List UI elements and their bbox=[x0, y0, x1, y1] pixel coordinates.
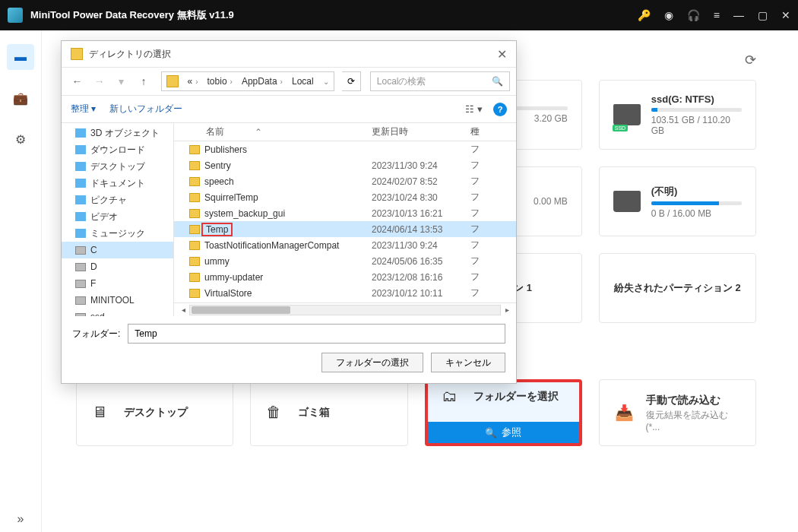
folder-icon bbox=[75, 229, 86, 238]
list-row[interactable]: Sentry2023/11/30 9:24フ bbox=[174, 157, 516, 173]
folder-icon bbox=[189, 145, 200, 154]
view-menu-icon[interactable]: ☷ ▾ bbox=[465, 103, 483, 115]
dialog-title: ディレクトリの選択 bbox=[89, 48, 171, 61]
folder-icon bbox=[75, 128, 86, 138]
list-row[interactable]: ToastNotificationManagerCompat2023/11/30… bbox=[174, 237, 516, 253]
list-row[interactable]: ummy-updater2023/12/08 16:16フ bbox=[174, 269, 516, 285]
list-row[interactable]: VirtualStore2023/10/12 10:11フ bbox=[174, 285, 516, 301]
action-select-folder[interactable]: 🗂 フォルダーを選択 🔍 参照 bbox=[425, 379, 582, 446]
tree-item[interactable]: ダウンロード bbox=[62, 141, 173, 158]
trash-icon: 🗑 bbox=[266, 404, 287, 422]
tree-item[interactable]: MINITOOL bbox=[62, 292, 173, 309]
refresh-icon[interactable]: ⟳ bbox=[342, 71, 361, 91]
new-folder-button[interactable]: 新しいフォルダー bbox=[109, 103, 182, 116]
drive-icon bbox=[75, 246, 86, 255]
close-icon[interactable]: ✕ bbox=[497, 47, 507, 62]
tree-item[interactable]: ミュージック bbox=[62, 225, 173, 242]
organize-menu[interactable]: 整理 ▾ bbox=[71, 103, 96, 116]
tree-item[interactable]: ビデオ bbox=[62, 208, 173, 225]
tree-item[interactable]: ssd bbox=[62, 309, 173, 316]
key-icon[interactable]: 🔑 bbox=[638, 9, 651, 21]
tree-item[interactable]: D bbox=[62, 258, 173, 275]
tree-item[interactable]: ピクチャ bbox=[62, 192, 173, 208]
folder-icon bbox=[189, 193, 200, 202]
drive-icon bbox=[75, 280, 86, 288]
list-row[interactable]: ummy2024/05/06 16:35フ bbox=[174, 253, 516, 269]
tree-item[interactable]: 3D オブジェクト bbox=[62, 125, 173, 141]
sort-indicator-icon: ⌃ bbox=[255, 127, 262, 138]
list-row[interactable]: Temp2024/06/14 13:53フ bbox=[174, 221, 516, 237]
browse-button[interactable]: 🔍 参照 bbox=[428, 422, 579, 443]
dialog-titlebar: ディレクトリの選択 ✕ bbox=[62, 41, 516, 67]
action-recycle-bin[interactable]: 🗑 ゴミ箱 bbox=[250, 379, 407, 446]
nav-back-icon[interactable]: ← bbox=[68, 71, 87, 91]
search-icon: 🔍 bbox=[492, 76, 503, 87]
folder-field-label: フォルダー: bbox=[72, 328, 120, 340]
folder-name-input[interactable] bbox=[128, 324, 505, 344]
nav-up-icon[interactable]: ↑ bbox=[134, 71, 153, 91]
help-icon[interactable]: ? bbox=[493, 103, 507, 116]
list-header: 名前⌃ 更新日時 種 bbox=[174, 123, 516, 141]
list-row[interactable]: system_backup_gui2023/10/13 16:21フ bbox=[174, 205, 516, 221]
dialog-toolbar: 整理 ▾ 新しいフォルダー ☷ ▾ ? bbox=[62, 96, 516, 123]
folder-icon bbox=[189, 257, 200, 266]
folder-icon: 🗂 bbox=[442, 388, 463, 406]
ssd-icon bbox=[613, 104, 641, 125]
list-row[interactable]: SquirrelTemp2023/10/24 8:30フ bbox=[174, 189, 516, 205]
col-type[interactable]: 種 bbox=[470, 125, 516, 138]
col-date[interactable]: 更新日時 bbox=[372, 125, 470, 138]
close-icon[interactable]: ✕ bbox=[781, 9, 790, 21]
folder-icon bbox=[189, 161, 200, 170]
horizontal-scrollbar[interactable]: ◂ ▸ bbox=[174, 302, 516, 316]
globe-icon[interactable]: ◉ bbox=[664, 9, 673, 21]
folder-icon bbox=[75, 195, 86, 204]
drive-icon bbox=[75, 296, 86, 305]
action-desktop[interactable]: 🖥 デスクトップ bbox=[76, 379, 233, 446]
tab-settings[interactable]: ⚙ bbox=[7, 126, 34, 152]
search-input[interactable]: Localの検索 🔍 bbox=[370, 71, 510, 91]
folder-icon bbox=[75, 212, 86, 221]
partition-label: 紛失されたパーティション 2 bbox=[614, 281, 741, 295]
tab-recovery[interactable]: ▬ bbox=[7, 44, 34, 70]
menu-icon[interactable]: ≡ bbox=[714, 9, 720, 21]
titlebar: MiniTool Power Data Recovery 無料版 v11.9 🔑… bbox=[0, 0, 798, 30]
left-toolbar: ▬ 💼 ⚙ » bbox=[0, 30, 42, 532]
select-folder-button[interactable]: フォルダーの選択 bbox=[321, 353, 423, 372]
list-row[interactable]: Publishersフ bbox=[174, 141, 516, 157]
folder-select-dialog: ディレクトリの選択 ✕ ← → ▾ ↑ «› tobio› AppData› L… bbox=[61, 40, 517, 384]
chevron-down-icon[interactable]: ⌄ bbox=[318, 78, 334, 86]
tree-item[interactable]: デスクトップ bbox=[62, 158, 173, 175]
drive-name: ssd(G: NTFS) bbox=[651, 93, 742, 105]
drive-card[interactable]: (不明) 0 B / 16.00 MB bbox=[599, 166, 756, 236]
action-manual-load[interactable]: 📥 手動で読み込む 復元結果を読み込む (*... bbox=[599, 379, 756, 446]
tree-item[interactable]: C bbox=[62, 242, 173, 258]
drive-icon bbox=[75, 263, 86, 271]
tree-item[interactable]: F bbox=[62, 275, 173, 292]
folder-tree[interactable]: 3D オブジェクトダウンロードデスクトップドキュメントピクチャビデオミュージック… bbox=[62, 123, 174, 316]
drive-card[interactable]: ssd(G: NTFS) 103.51 GB / 110.20 GB bbox=[599, 80, 756, 150]
file-list: 名前⌃ 更新日時 種 PublishersフSentry2023/11/30 9… bbox=[174, 123, 516, 316]
maximize-icon[interactable]: ▢ bbox=[758, 9, 768, 21]
nav-forward-icon[interactable]: → bbox=[90, 71, 109, 91]
import-icon: 📥 bbox=[615, 404, 635, 422]
folder-icon bbox=[189, 225, 200, 234]
tab-expand[interactable]: » bbox=[7, 506, 34, 532]
breadcrumb[interactable]: «› tobio› AppData› Local ⌄ bbox=[161, 71, 334, 91]
refresh-button[interactable]: ⟳ bbox=[745, 52, 756, 68]
list-row[interactable]: speech2024/02/07 8:52フ bbox=[174, 173, 516, 189]
desktop-icon: 🖥 bbox=[92, 404, 113, 422]
folder-icon bbox=[189, 273, 200, 282]
drive-name: (不明) bbox=[651, 185, 742, 198]
headset-icon[interactable]: 🎧 bbox=[687, 9, 700, 21]
action-sublabel: 復元結果を読み込む (*... bbox=[646, 409, 740, 432]
tab-devices[interactable]: 💼 bbox=[7, 85, 34, 111]
cancel-button[interactable]: キャンセル bbox=[431, 353, 505, 372]
tree-item[interactable]: ドキュメント bbox=[62, 175, 173, 192]
minimize-icon[interactable]: — bbox=[733, 9, 744, 21]
drive-icon bbox=[613, 191, 641, 212]
drive-size: 0.00 MB bbox=[534, 196, 568, 207]
partition-card[interactable]: 紛失されたパーティション 2 bbox=[599, 253, 756, 323]
nav-history-icon[interactable]: ▾ bbox=[112, 71, 131, 91]
folder-icon bbox=[189, 209, 200, 218]
col-name[interactable]: 名前 bbox=[206, 125, 224, 138]
